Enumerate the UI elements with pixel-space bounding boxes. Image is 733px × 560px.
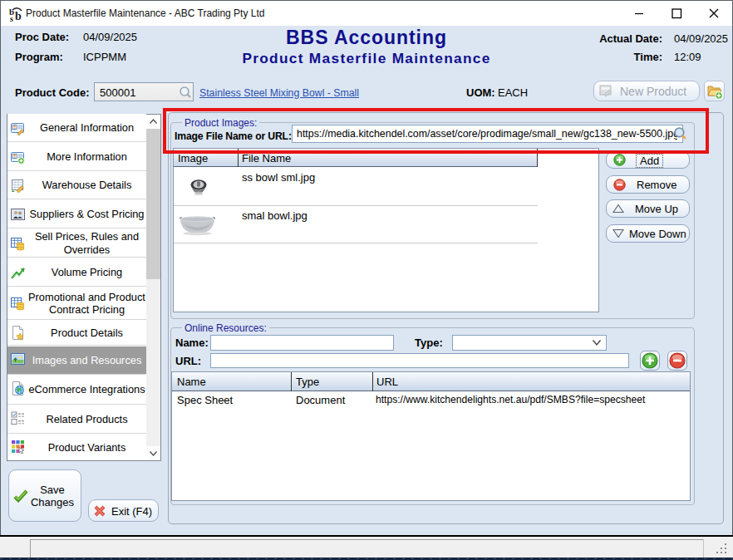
svg-text:s: s	[10, 14, 13, 22]
svg-text:b: b	[15, 10, 22, 22]
